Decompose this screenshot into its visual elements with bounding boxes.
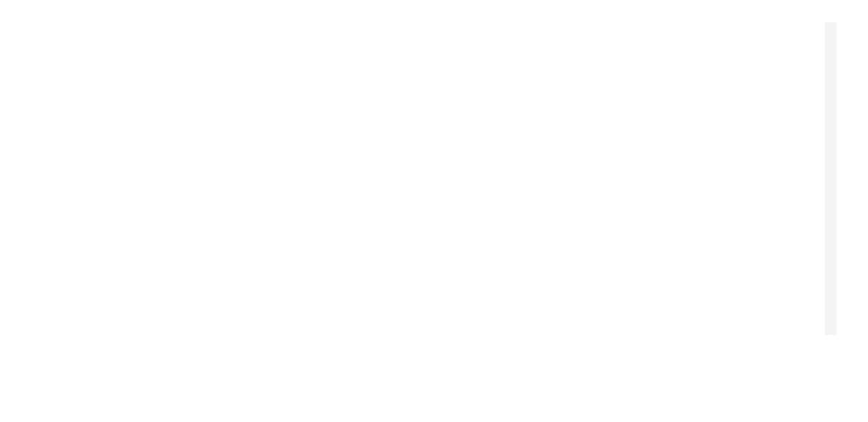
x-axis — [52, 335, 837, 356]
y-axis — [17, 22, 49, 335]
chart-svg — [52, 22, 837, 327]
chart-area — [52, 22, 837, 356]
chart-container — [0, 0, 868, 422]
google-logo — [52, 314, 72, 334]
